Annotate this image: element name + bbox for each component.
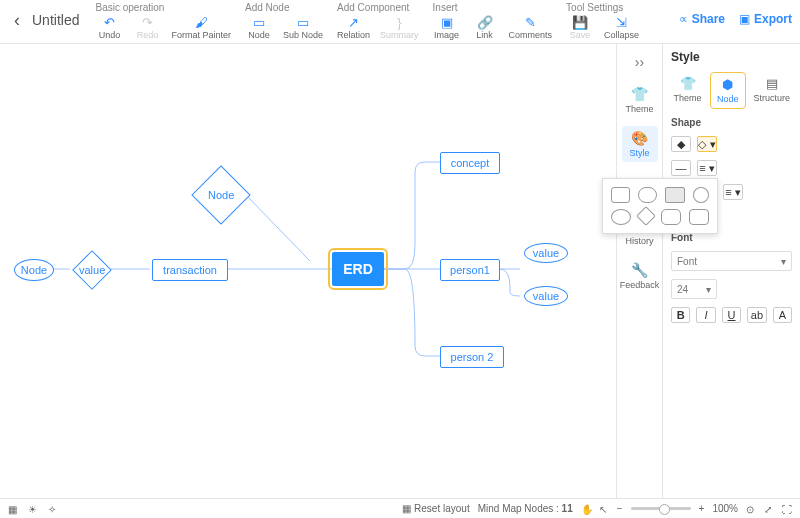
node-root[interactable]: ERD: [332, 252, 384, 286]
shape-rect[interactable]: [665, 187, 684, 203]
fmt-underline[interactable]: U: [722, 307, 741, 323]
undo-button[interactable]: ↶Undo: [95, 15, 123, 40]
summary-button[interactable]: }Summary: [380, 15, 419, 40]
redo-button[interactable]: ↷Redo: [133, 15, 161, 40]
save-button[interactable]: 💾Save: [566, 15, 594, 40]
sub-node-button[interactable]: ▭Sub Node: [283, 15, 323, 40]
hand-icon[interactable]: ✋: [581, 504, 591, 514]
cursor-icon[interactable]: ↖: [599, 504, 609, 514]
back-button[interactable]: ‹: [8, 2, 26, 39]
node-value1[interactable]: value: [524, 243, 568, 263]
node-value2[interactable]: value: [524, 286, 568, 306]
group-label: Insert: [433, 2, 553, 13]
border-width[interactable]: ≡ ▾: [697, 160, 717, 176]
align[interactable]: ≡ ▾: [723, 184, 743, 200]
shape-popover: [602, 178, 718, 234]
node-concept[interactable]: concept: [440, 152, 500, 174]
group-label: Basic operation: [95, 2, 231, 13]
fmt-case[interactable]: ab: [747, 307, 766, 323]
shape-hex[interactable]: [689, 209, 709, 225]
image-button[interactable]: ▣Image: [433, 15, 461, 40]
grid-icon[interactable]: ▦: [8, 504, 18, 514]
fmt-italic[interactable]: I: [696, 307, 715, 323]
theme-dark-icon[interactable]: ☀: [28, 504, 38, 514]
panel-tab-structure[interactable]: ▤Structure: [752, 72, 793, 109]
doc-title[interactable]: Untitled: [26, 2, 95, 28]
group-label: Add Node: [245, 2, 323, 13]
sidetab-feedback[interactable]: 🔧Feedback: [622, 258, 658, 294]
zoom-slider[interactable]: [631, 507, 691, 510]
collapse-button[interactable]: ⇲Collapse: [604, 15, 639, 40]
fmt-bold[interactable]: B: [671, 307, 690, 323]
panel-tab-theme[interactable]: 👕Theme: [671, 72, 704, 109]
fmt-color[interactable]: A: [773, 307, 792, 323]
shape-ellipse[interactable]: [611, 209, 631, 225]
shape-square[interactable]: [611, 187, 630, 203]
shape-pill[interactable]: [638, 187, 657, 203]
sidetab-theme[interactable]: 👕Theme: [622, 82, 658, 118]
node-transaction[interactable]: transaction: [152, 259, 228, 281]
shape-diamond[interactable]: [636, 206, 656, 226]
zoom-in[interactable]: +: [699, 503, 705, 514]
fit-icon[interactable]: ⤢: [764, 504, 774, 514]
comments-button[interactable]: ✎Comments: [509, 15, 553, 40]
node-person2[interactable]: person 2: [440, 346, 504, 368]
sidetab-style[interactable]: 🎨Style: [622, 126, 658, 162]
node-person1[interactable]: person1: [440, 259, 500, 281]
node-value-diamond[interactable]: value: [72, 250, 112, 290]
zoom-value[interactable]: 100%: [712, 503, 738, 514]
shape-picker[interactable]: ◇ ▾: [697, 136, 717, 152]
panel-tab-node[interactable]: ⬢Node: [710, 72, 745, 109]
node-diamond[interactable]: Node: [191, 165, 250, 224]
focus-icon[interactable]: ⊙: [746, 504, 756, 514]
size-select[interactable]: 24▾: [671, 279, 717, 299]
link-button[interactable]: 🔗Link: [471, 15, 499, 40]
group-label: Add Component: [337, 2, 419, 13]
font-select[interactable]: Font▾: [671, 251, 792, 271]
node-button[interactable]: ▭Node: [245, 15, 273, 40]
format-painter-button[interactable]: 🖌Format Painter: [171, 15, 231, 40]
canvas[interactable]: Node value transaction Node ERD concept …: [0, 44, 616, 498]
compass-icon[interactable]: ✧: [48, 504, 58, 514]
shape-circle[interactable]: [693, 187, 709, 203]
shape-fill[interactable]: ◆: [671, 136, 691, 152]
fullscreen-icon[interactable]: ⛶: [782, 504, 792, 514]
zoom-out[interactable]: −: [617, 503, 623, 514]
shape-section-label: Shape: [671, 117, 792, 128]
shape-rounded[interactable]: [661, 209, 681, 225]
border-style[interactable]: —: [671, 160, 691, 176]
node-count-label: Mind Map Nodes : 11: [478, 503, 573, 514]
group-label: Tool Settings: [566, 2, 639, 13]
collapse-panel-icon[interactable]: ››: [631, 50, 648, 74]
node-ellipse[interactable]: Node: [14, 259, 54, 281]
share-button[interactable]: ∝ Share: [679, 12, 725, 26]
reset-layout[interactable]: ▦ Reset layout: [402, 503, 469, 514]
export-button[interactable]: ▣ Export: [739, 12, 792, 26]
relation-button[interactable]: ↗Relation: [337, 15, 370, 40]
panel-title: Style: [671, 50, 792, 64]
